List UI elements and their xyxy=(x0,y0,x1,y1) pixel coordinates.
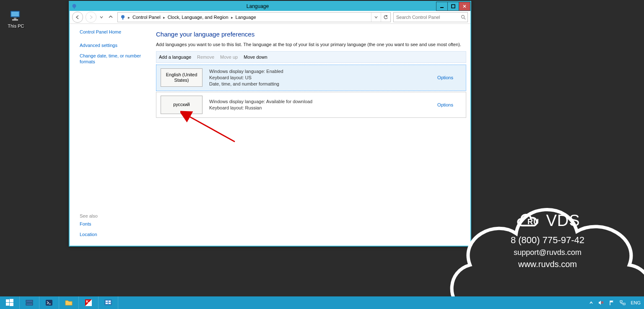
close-icon xyxy=(462,4,467,8)
control-panel-window: Language xyxy=(69,1,471,247)
breadcrumb-icon xyxy=(119,14,126,21)
language-row-english[interactable]: English (United States) Windows display … xyxy=(156,65,466,91)
tray-language-indicator[interactable]: ENG xyxy=(630,296,641,309)
svg-line-13 xyxy=(464,18,465,19)
taskbar-powershell[interactable] xyxy=(39,296,59,309)
window-icon xyxy=(70,2,79,11)
svg-rect-30 xyxy=(109,303,111,304)
language-options-link[interactable]: Options xyxy=(437,75,453,80)
search-box[interactable] xyxy=(393,12,468,22)
brand-text: VDS xyxy=(546,212,580,230)
refresh-icon xyxy=(383,15,388,20)
tray-sound-icon[interactable] xyxy=(597,296,605,309)
language-row-russian[interactable]: русский Windows display language: Availa… xyxy=(156,92,466,118)
breadcrumb[interactable]: ▸ Control Panel ▸ Clock, Language, and R… xyxy=(117,12,391,22)
breadcrumb-chevron[interactable]: ▸ xyxy=(230,13,234,22)
sidebar: Control Panel Home Advanced settings Cha… xyxy=(70,24,152,246)
svg-rect-19 xyxy=(10,303,13,306)
nav-up-button[interactable] xyxy=(106,12,115,22)
cmd-add-language[interactable]: Add a language xyxy=(159,55,191,60)
page-heading: Change your language preferences xyxy=(156,31,466,38)
breadcrumb-chevron[interactable]: ▸ xyxy=(162,13,166,22)
arrow-right-icon xyxy=(88,15,93,20)
breadcrumb-chevron[interactable]: ▸ xyxy=(127,13,131,22)
taskbar-explorer[interactable] xyxy=(59,296,79,309)
language-badge: English (United States) xyxy=(161,68,203,87)
desktop-icon-label: This PC xyxy=(3,23,29,29)
powershell-icon xyxy=(44,298,54,307)
taskbar-kaspersky[interactable]: K xyxy=(79,296,99,309)
command-bar: Add a language Remove Move up Move down xyxy=(156,51,466,63)
taskbar-tray: ENG xyxy=(589,296,644,309)
maximize-icon xyxy=(451,4,455,8)
breadcrumb-item-language[interactable]: Language xyxy=(234,13,258,22)
desktop-icon-this-pc[interactable]: This PC xyxy=(3,8,29,29)
svg-rect-6 xyxy=(440,7,444,8)
breadcrumb-item-control-panel[interactable]: Control Panel xyxy=(131,13,162,22)
cmd-remove[interactable]: Remove xyxy=(197,55,214,60)
svg-rect-29 xyxy=(106,303,108,304)
breadcrumb-dropdown-button[interactable] xyxy=(371,13,381,22)
search-input[interactable] xyxy=(395,14,461,20)
server-icon xyxy=(25,298,34,307)
svg-rect-1 xyxy=(11,12,19,16)
sidebar-link-fonts[interactable]: Fonts xyxy=(80,221,147,227)
breadcrumb-item-clock-lang-region[interactable]: Clock, Language, and Region xyxy=(166,13,230,22)
svg-rect-16 xyxy=(6,299,9,302)
taskbar: K xyxy=(0,296,644,309)
sidebar-link-home[interactable]: Control Panel Home xyxy=(80,29,147,35)
page-description: Add languages you want to use to this li… xyxy=(156,42,466,47)
window-close-button[interactable] xyxy=(459,2,470,11)
svg-point-12 xyxy=(462,16,465,18)
language-info-line2: Keyboard layout: US xyxy=(209,75,437,81)
minimize-icon xyxy=(440,4,444,8)
folder-icon xyxy=(64,298,73,307)
cloud-logo-icon: RU xyxy=(515,210,542,231)
speaker-muted-icon xyxy=(598,300,604,306)
svg-rect-7 xyxy=(452,5,455,8)
cmd-move-down[interactable]: Move down xyxy=(244,55,267,60)
nav-back-button[interactable] xyxy=(72,12,83,23)
window-navbar: ▸ Control Panel ▸ Clock, Language, and R… xyxy=(70,11,470,24)
language-info-line1: Windows display language: Available for … xyxy=(209,99,437,105)
network-icon xyxy=(620,300,626,306)
window-titlebar[interactable]: Language xyxy=(70,2,470,11)
svg-rect-34 xyxy=(620,301,622,302)
watermark-phone: 8 (800) 775-97-42 xyxy=(480,235,615,246)
language-badge: русский xyxy=(161,96,203,114)
svg-rect-18 xyxy=(6,303,9,306)
taskbar-start-button[interactable] xyxy=(0,296,20,309)
cmd-move-up[interactable]: Move up xyxy=(220,55,238,60)
svg-text:K: K xyxy=(86,299,89,304)
main-content: Change your language preferences Add lan… xyxy=(152,24,470,246)
tray-network-icon[interactable] xyxy=(619,296,626,309)
tray-show-hidden-icons[interactable] xyxy=(589,296,594,309)
svg-rect-3 xyxy=(12,19,18,21)
refresh-button[interactable] xyxy=(381,13,390,22)
tray-flag-icon[interactable] xyxy=(608,296,615,309)
window-maximize-button[interactable] xyxy=(447,2,459,11)
sidebar-link-location[interactable]: Location xyxy=(80,231,147,237)
arrow-left-icon xyxy=(75,15,80,20)
svg-rect-20 xyxy=(26,300,33,302)
taskbar-control-panel[interactable] xyxy=(99,296,118,309)
nav-history-dropdown[interactable] xyxy=(99,12,104,22)
sidebar-link-dateformats[interactable]: Change date, time, or number formats xyxy=(80,53,147,65)
language-info-line3: Date, time, and number formatting xyxy=(209,81,437,87)
language-info: Windows display language: Available for … xyxy=(209,99,437,111)
computer-icon xyxy=(8,8,23,23)
taskbar-server-manager[interactable] xyxy=(20,296,39,309)
language-options-link[interactable]: Options xyxy=(437,102,453,107)
language-info: Windows display language: Enabled Keyboa… xyxy=(209,68,437,87)
sidebar-link-advanced[interactable]: Advanced settings xyxy=(80,42,147,48)
svg-rect-28 xyxy=(109,301,111,302)
svg-rect-26 xyxy=(105,300,112,305)
nav-forward-button[interactable] xyxy=(86,12,96,23)
flag-icon xyxy=(609,300,615,306)
svg-rect-17 xyxy=(10,299,13,302)
window-minimize-button[interactable] xyxy=(436,2,448,11)
watermark-site: www.ruvds.com xyxy=(480,260,615,269)
language-info-line2: Keyboard layout: Russian xyxy=(209,105,437,111)
caret-up-icon xyxy=(589,301,593,304)
svg-rect-11 xyxy=(122,18,123,20)
